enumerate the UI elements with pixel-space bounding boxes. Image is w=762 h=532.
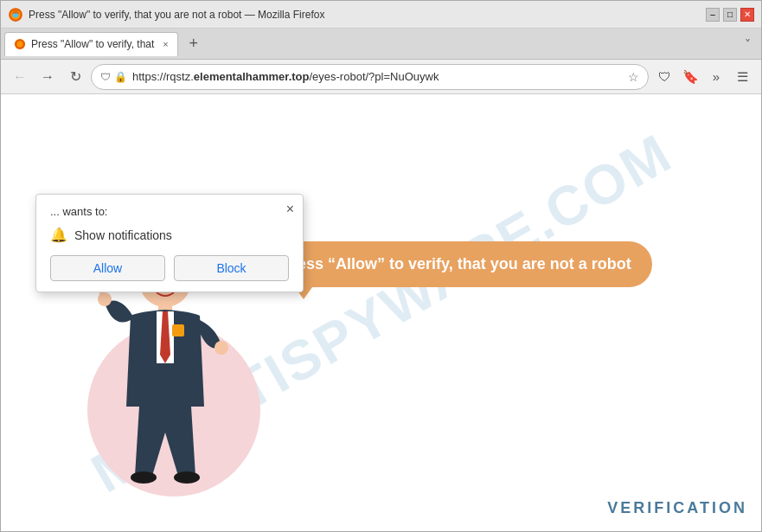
address-domain: elementalhammer.top xyxy=(194,70,310,83)
browser-window: Press "Allow" to verify, that you are no… xyxy=(0,0,762,532)
speech-bubble: Press “Allow” to verify, that you are no… xyxy=(260,241,652,287)
shield-button[interactable]: 🛡 xyxy=(652,65,676,89)
verification-label: VERIFICATION xyxy=(607,499,747,517)
minimize-button[interactable]: – xyxy=(706,8,720,22)
address-text: https://rqstz.elementalhammer.top/eyes-r… xyxy=(132,70,623,83)
svg-point-10 xyxy=(215,341,228,355)
svg-point-12 xyxy=(131,471,157,484)
bookmark-star-icon[interactable]: ☆ xyxy=(628,70,639,84)
firefox-logo-icon xyxy=(8,7,23,22)
title-bar-controls: – □ ✕ xyxy=(706,8,754,22)
notification-popup: × ... wants to: 🔔 Show notifications All… xyxy=(35,194,304,292)
tab-label: Press "Allow" to verify, that xyxy=(31,38,154,50)
menu-button[interactable]: ☰ xyxy=(730,65,754,89)
overflow-button[interactable]: » xyxy=(704,65,728,89)
svg-point-4 xyxy=(17,42,23,48)
address-prefix: https://rqstz. xyxy=(132,70,194,83)
maximize-button[interactable]: □ xyxy=(723,8,737,22)
navigation-bar: ← → ↻ 🛡 🔒 https://rqstz.elementalhammer.… xyxy=(1,60,761,94)
address-suffix: /eyes-robot/?pl=NuOuywk xyxy=(309,70,439,83)
shield-security-icon: 🛡 xyxy=(100,71,111,83)
tab-favicon-icon xyxy=(14,38,26,50)
popup-notification-row: 🔔 Show notifications xyxy=(50,227,289,243)
svg-rect-14 xyxy=(172,324,184,337)
allow-button[interactable]: Allow xyxy=(50,255,165,281)
bell-icon: 🔔 xyxy=(50,227,67,243)
security-icons: 🛡 🔒 xyxy=(100,71,127,83)
svg-point-13 xyxy=(174,471,200,484)
bookmark-button[interactable]: 🔖 xyxy=(678,65,702,89)
back-button[interactable]: ← xyxy=(8,65,32,89)
title-bar: Press "Allow" to verify, that you are no… xyxy=(1,1,761,29)
popup-wants-to-label: ... wants to: xyxy=(50,205,289,218)
content-area: MYANTISPYWARE.COM Press “Allow” to verif… xyxy=(1,94,761,531)
show-notifications-label: Show notifications xyxy=(74,228,172,242)
tab-overflow-chevron[interactable]: ˅ xyxy=(738,37,758,51)
nav-right-icons: 🛡 🔖 » ☰ xyxy=(652,65,754,89)
tab-close-button[interactable]: × xyxy=(163,39,168,49)
forward-button[interactable]: → xyxy=(35,65,60,89)
title-bar-left: Press "Allow" to verify, that you are no… xyxy=(8,7,324,22)
address-bar[interactable]: 🛡 🔒 https://rqstz.elementalhammer.top/ey… xyxy=(91,64,649,90)
new-tab-button[interactable]: + xyxy=(182,32,206,56)
lock-icon: 🔒 xyxy=(114,71,127,83)
popup-close-button[interactable]: × xyxy=(286,202,294,217)
close-button[interactable]: ✕ xyxy=(740,8,754,22)
active-tab[interactable]: Press "Allow" to verify, that × xyxy=(4,32,178,56)
popup-buttons: Allow Block xyxy=(50,255,289,281)
window-title: Press "Allow" to verify, that you are no… xyxy=(29,9,324,21)
block-button[interactable]: Block xyxy=(174,255,289,281)
tab-bar: Press "Allow" to verify, that × + ˅ xyxy=(1,29,761,60)
reload-button[interactable]: ↻ xyxy=(63,65,87,89)
